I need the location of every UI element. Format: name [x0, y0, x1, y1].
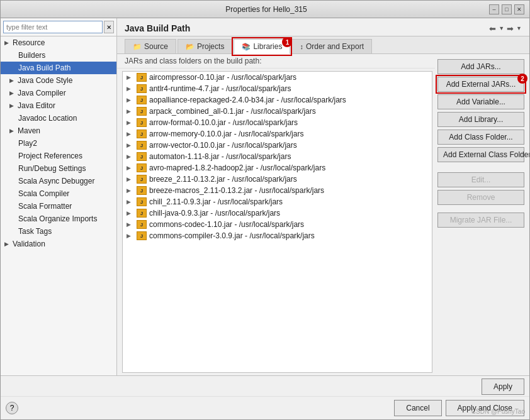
sidebar-item-scala-organize[interactable]: Scala Organize Imports — [1, 213, 116, 225]
list-item[interactable]: ▶ J commons-codec-1.10.jar - /usr/local/… — [123, 219, 432, 230]
expand-arrow-lib-9: ▶ — [127, 176, 134, 182]
sidebar-item-resource[interactable]: ▶ Resource — [1, 36, 116, 49]
list-item[interactable]: ▶ J breeze_2.11-0.13.2.jar - /usr/local/… — [123, 174, 432, 185]
sidebar-item-scala-async[interactable]: Scala Async Debugger — [1, 175, 116, 187]
expand-arrow-lib-7: ▶ — [127, 153, 134, 160]
list-item[interactable]: ▶ J automaton-1.11-8.jar - /usr/local/sp… — [123, 151, 432, 162]
nav-back-dropdown[interactable]: ▼ — [499, 25, 504, 31]
expand-arrow-lib-13: ▶ — [127, 221, 134, 228]
edit-button[interactable]: Edit... — [437, 172, 524, 187]
sidebar-item-task-tags[interactable]: Task Tags — [1, 225, 116, 238]
sidebar-item-scala-compiler[interactable]: Scala Compiler — [1, 187, 116, 200]
sidebar-label-project-references: Project References — [18, 152, 82, 160]
list-item[interactable]: ▶ J avro-mapred-1.8.2-hadoop2.jar - /usr… — [123, 162, 432, 174]
filter-clear-button[interactable]: ✕ — [104, 21, 114, 33]
list-item[interactable]: ▶ J antlr4-runtime-4.7.jar - /usr/local/… — [123, 83, 432, 94]
close-button[interactable]: ✕ — [514, 4, 524, 14]
lib-list[interactable]: ▶ J aircompressor-0.10.jar - /usr/local/… — [122, 71, 432, 373]
sidebar-item-java-editor[interactable]: ▶ Java Editor — [1, 99, 116, 112]
sidebar-label-scala-async: Scala Async Debugger — [18, 177, 94, 185]
list-item[interactable]: ▶ J breeze-macros_2.11-0.13.2.jar - /usr… — [123, 185, 432, 196]
add-external-jars-button[interactable]: Add External JARs...2 — [437, 77, 524, 92]
search-input[interactable] — [3, 21, 103, 33]
order-tab-label: Order and Export — [306, 42, 364, 51]
list-item[interactable]: ▶ J aopalliance-repackaged-2.4.0-b34.jar… — [123, 94, 432, 106]
expand-arrow-lib-1: ▶ — [127, 86, 134, 92]
add-jars-button[interactable]: Add JARs... — [437, 59, 524, 74]
sidebar: ✕ ▶ Resource Builders Java Build Path ▶ … — [1, 18, 117, 375]
lib-item-label-12: chill-java-0.9.3.jar - /usr/local/spark/… — [149, 209, 280, 218]
restore-button[interactable]: □ — [502, 4, 512, 14]
sidebar-label-javadoc: Javadoc Location — [18, 114, 77, 123]
sidebar-label-maven: Maven — [18, 126, 40, 135]
add-variable-button[interactable]: Add Variable... — [437, 94, 524, 109]
lib-item-label-5: arrow-memory-0.10.0.jar - /usr/local/spa… — [149, 130, 303, 138]
lib-item-label-8: avro-mapred-1.8.2-hadoop2.jar - /usr/loc… — [149, 163, 325, 172]
nav-forward-dropdown[interactable]: ▼ — [516, 25, 522, 31]
add-external-class-folder-button[interactable]: Add External Class Folder... — [437, 147, 524, 162]
list-item[interactable]: ▶ J commons-compiler-3.0.9.jar - /usr/lo… — [123, 230, 432, 241]
sidebar-item-validation[interactable]: ▶ Validation — [1, 238, 116, 250]
expand-arrow-validation: ▶ — [4, 241, 9, 247]
tab-projects[interactable]: 📂 Projects — [178, 39, 232, 53]
watermark: CSDN @PushyTao — [471, 408, 525, 415]
sidebar-item-java-code-style[interactable]: ▶ Java Code Style — [1, 74, 116, 87]
sidebar-label-run-debug: Run/Debug Settings — [18, 164, 86, 173]
sidebar-item-java-build-path[interactable]: Java Build Path — [1, 62, 116, 74]
tab-order-export[interactable]: ↕ Order and Export — [291, 39, 372, 53]
tab-source[interactable]: 📁 Source — [125, 39, 176, 53]
nav-back-icon[interactable]: ⬅ — [489, 24, 496, 33]
cancel-button[interactable]: Cancel — [394, 400, 441, 416]
sidebar-item-play2[interactable]: Play2 — [1, 137, 116, 150]
jar-icon-10: J — [137, 186, 147, 195]
jar-icon-3: J — [137, 107, 147, 116]
list-item[interactable]: ▶ J arrow-memory-0.10.0.jar - /usr/local… — [123, 128, 432, 140]
expand-arrow-code-style: ▶ — [9, 77, 14, 84]
lib-item-label-10: breeze-macros_2.11-0.13.2.jar - /usr/loc… — [149, 186, 324, 195]
sidebar-label-java-editor: Java Editor — [18, 101, 55, 110]
nav-arrows: ⬅ ▼ ➡ ▼ — [489, 24, 522, 33]
nav-forward-icon[interactable]: ➡ — [507, 24, 514, 33]
help-button[interactable]: ? — [6, 402, 18, 414]
expand-arrow-compiler: ▶ — [9, 90, 14, 96]
expand-arrow-lib-6: ▶ — [127, 142, 134, 148]
migrate-jar-button[interactable]: Migrate JAR File... — [437, 213, 524, 228]
sidebar-item-javadoc[interactable]: Javadoc Location — [1, 112, 116, 124]
list-item[interactable]: ▶ J arrow-vector-0.10.0.jar - /usr/local… — [123, 140, 432, 151]
add-external-jars-badge: 2 — [517, 74, 527, 84]
sidebar-label-java-build-path: Java Build Path — [18, 64, 70, 72]
lib-item-label-2: aopalliance-repackaged-2.4.0-b34.jar - /… — [149, 96, 346, 104]
sidebar-item-java-compiler[interactable]: ▶ Java Compiler — [1, 87, 116, 99]
list-item[interactable]: ▶ J chill_2.11-0.9.3.jar - /usr/local/sp… — [123, 196, 432, 207]
final-row: ? Cancel Apply and Close — [1, 397, 529, 419]
panel-title: Java Build Path — [125, 23, 190, 33]
jar-icon-0: J — [137, 73, 147, 82]
add-library-button[interactable]: Add Library... — [437, 112, 524, 127]
sidebar-item-maven[interactable]: ▶ Maven — [1, 124, 116, 137]
jar-icon-2: J — [137, 96, 147, 104]
apply-row: Apply — [1, 376, 529, 397]
sidebar-item-run-debug[interactable]: Run/Debug Settings — [1, 162, 116, 175]
expand-arrow-maven: ▶ — [9, 128, 14, 134]
lib-item-label-4: arrow-format-0.10.0.jar - /usr/local/spa… — [149, 118, 298, 127]
expand-arrow-lib-0: ▶ — [127, 74, 134, 80]
sidebar-item-project-references[interactable]: Project References — [1, 150, 116, 162]
add-class-folder-button[interactable]: Add Class Folder... — [437, 130, 524, 145]
minimize-button[interactable]: – — [489, 4, 499, 14]
sidebar-label-resource: Resource — [13, 38, 45, 47]
expand-arrow-lib-3: ▶ — [127, 108, 134, 114]
apply-button[interactable]: Apply — [482, 379, 524, 395]
expand-arrow-lib-4: ▶ — [127, 119, 134, 126]
sidebar-label-validation: Validation — [13, 240, 45, 248]
list-item[interactable]: ▶ J arrow-format-0.10.0.jar - /usr/local… — [123, 117, 432, 128]
projects-tab-label: Projects — [197, 42, 224, 51]
list-item[interactable]: ▶ J chill-java-0.9.3.jar - /usr/local/sp… — [123, 207, 432, 219]
expand-arrow-lib-5: ▶ — [127, 131, 134, 137]
list-item[interactable]: ▶ J aircompressor-0.10.jar - /usr/local/… — [123, 72, 432, 83]
remove-button[interactable]: Remove — [437, 190, 524, 205]
jar-icon-6: J — [137, 141, 147, 150]
tab-libraries[interactable]: 📚 Libraries 1 — [234, 39, 290, 54]
list-item[interactable]: ▶ J arpack_combined_all-0.1.jar - /usr/l… — [123, 106, 432, 117]
sidebar-item-builders[interactable]: Builders — [1, 49, 116, 62]
sidebar-item-scala-formatter[interactable]: Scala Formatter — [1, 200, 116, 213]
